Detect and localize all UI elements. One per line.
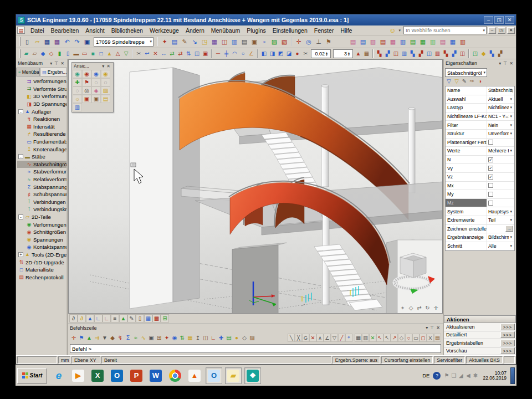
dropdown-arrow-icon[interactable]: ▾ <box>509 97 513 101</box>
tool-icon[interactable]: ⇉ <box>93 333 101 342</box>
tree-item[interactable]: ◨3D Spannungen <box>17 100 66 108</box>
tool-icon[interactable]: ✚ <box>217 333 225 342</box>
tool-icon[interactable]: ◉ <box>73 70 82 78</box>
menu-datei[interactable]: Datei <box>27 27 48 34</box>
tool-icon[interactable]: ◫ <box>425 49 433 58</box>
tree-item[interactable]: -▲Auflager <box>17 108 66 115</box>
tool-icon[interactable]: ▦ <box>355 334 362 342</box>
tree-item[interactable]: ◉Kontaktspannungen <box>17 243 66 251</box>
tool-icon[interactable]: ▥ <box>428 37 438 47</box>
smiley-dropdown-arrow-icon[interactable]: ▾ <box>397 28 402 33</box>
tool-icon[interactable]: Σ <box>124 333 132 342</box>
tool-icon[interactable]: ▬ <box>72 49 80 58</box>
tab-ergebnisse[interactable]: ▤ Ergebn... ✕ <box>40 68 67 76</box>
tool-icon[interactable]: ▚ <box>408 49 417 58</box>
property-value[interactable] <box>487 182 514 190</box>
doc-minimize-button[interactable]: – <box>488 27 496 34</box>
property-value[interactable] <box>487 190 514 198</box>
tool-icon[interactable]: ▣ <box>82 95 91 103</box>
model-viewport[interactable]: Ansic... ▾ ✕ ◉◉◉◉✚⚑◌◌◌◎◈▨☼▣▣▤▥ ⌖◇⇄↻✛ <box>68 59 443 314</box>
tool-icon[interactable]: ◠ <box>231 49 239 58</box>
tool-icon[interactable]: ✎ <box>180 37 190 47</box>
center-icon[interactable]: ✽ <box>472 372 479 380</box>
spinner-arrows-icon[interactable]: ▲▼ <box>325 52 328 56</box>
tool-icon[interactable]: ▩ <box>152 314 161 323</box>
checkbox-unchecked-icon[interactable] <box>488 201 493 206</box>
tool-icon[interactable]: ◫ <box>392 49 400 58</box>
tool-icon[interactable]: ▦ <box>186 333 194 342</box>
cmd-close-icon[interactable]: ✕ <box>435 325 441 330</box>
volume-icon[interactable]: ◀ <box>464 372 472 380</box>
checkbox-unchecked-icon[interactable] <box>488 140 493 145</box>
tool-icon[interactable]: ∂ <box>78 314 86 323</box>
tree-item[interactable]: ⊺Verbindungskräfte <box>17 206 66 213</box>
tool-icon[interactable]: ▤ <box>378 37 388 47</box>
action-more-button[interactable]: >>> <box>500 347 515 354</box>
feedback-smiley-icon[interactable]: ☺ <box>389 27 396 34</box>
action-more-button[interactable]: >>> <box>500 340 515 346</box>
tool-icon[interactable]: ▦ <box>388 37 398 47</box>
tool-icon[interactable]: ▲ <box>85 333 93 342</box>
panel-close-icon[interactable]: ✕ <box>59 61 65 66</box>
tree-item[interactable]: ▭Fundamenttabelle <box>17 138 66 146</box>
tree-item[interactable]: -▱2D-Teile <box>17 213 66 221</box>
taskbar-word-icon[interactable]: W <box>147 367 164 384</box>
taskbar-outlook-old-icon[interactable]: O <box>109 367 125 384</box>
tool-icon[interactable]: ⊞ <box>161 314 169 323</box>
panel-dropdown-icon[interactable]: ▾ <box>49 61 53 66</box>
tool-icon[interactable]: ▤ <box>408 37 418 47</box>
tree-item[interactable]: ↱Resultierende der Re <box>17 130 66 138</box>
palette-close-icon[interactable]: ✕ <box>105 64 111 69</box>
tool-icon[interactable]: ↖ <box>383 334 391 342</box>
tool-icon[interactable]: ■ <box>89 49 97 58</box>
tool-icon[interactable]: ◫ <box>219 37 229 47</box>
tool-icon[interactable]: ◫ <box>458 49 467 58</box>
tool-icon[interactable]: ◫ <box>193 49 201 58</box>
dropdown-arrow-icon[interactable]: ▾ <box>509 105 513 110</box>
tool-icon[interactable]: ◆ <box>109 333 116 342</box>
tool-icon[interactable]: ◆ <box>479 49 488 58</box>
tool-icon[interactable]: ▭ <box>80 49 89 58</box>
checkbox-checked-icon[interactable]: ✓ <box>488 166 493 171</box>
count-input[interactable] <box>334 51 347 57</box>
redo-icon[interactable]: ↷ <box>72 37 82 47</box>
tool-icon[interactable]: ▭ <box>412 334 420 342</box>
save-icon[interactable]: ▦ <box>42 37 52 47</box>
project-combo[interactable]: 17059 Spindeltreppe ▾ <box>94 37 154 47</box>
action-item[interactable]: Aktualisieren>>> <box>444 323 516 331</box>
pan-icon[interactable]: ⇄ <box>415 304 423 312</box>
tool-icon[interactable]: △ <box>114 49 122 58</box>
tool-icon[interactable]: ⊥ <box>314 37 324 47</box>
tool-icon[interactable]: ▤ <box>170 37 180 47</box>
palette-dropdown-icon[interactable]: ▾ <box>101 64 105 69</box>
dropdown-arrow-icon[interactable]: ▾ <box>509 123 513 127</box>
tool-icon[interactable]: □ <box>97 49 105 58</box>
tool-icon[interactable]: ◇ <box>241 333 248 342</box>
tool-icon[interactable]: ▤ <box>434 334 441 342</box>
checkbox-checked-icon[interactable]: ✓ <box>488 157 493 162</box>
tool-icon[interactable]: ⌖ <box>345 334 352 342</box>
tree-item[interactable]: ≈Relativverformung <box>17 176 66 183</box>
tree-item[interactable]: ⇉Verformte Struktur <box>17 85 66 93</box>
tool-icon[interactable]: ◨ <box>268 49 277 58</box>
checkbox-unchecked-icon[interactable] <box>488 192 493 197</box>
tab-menubaum[interactable]: ≡ Menübaum <box>16 68 40 76</box>
tool-icon[interactable]: ▞ <box>383 49 392 58</box>
tree-item[interactable]: ◧3D Verformungen <box>17 93 66 100</box>
props-dropdown-icon[interactable]: ▾ <box>498 61 502 66</box>
tool-icon[interactable]: ╱ <box>338 334 345 342</box>
minimize-button[interactable]: – <box>484 16 493 24</box>
tool-icon[interactable]: ▽ <box>331 334 338 342</box>
tool-icon[interactable]: ▨ <box>248 333 256 342</box>
save-all-icon[interactable]: ▦ <box>52 37 62 47</box>
new-project-icon[interactable]: ▯ <box>22 37 32 47</box>
property-value[interactable]: Bildschirm▾ <box>487 233 514 242</box>
tree-item[interactable]: ΣStabspannungen <box>17 183 66 191</box>
tool-icon[interactable]: ✚ <box>73 78 82 86</box>
taskbar-file-explorer-icon[interactable]: ▰ <box>225 367 242 384</box>
tree-expander-icon[interactable]: - <box>18 214 23 219</box>
tool-icon[interactable]: ◆ <box>39 49 47 58</box>
taskbar-chrome-icon[interactable] <box>167 367 183 384</box>
taskbar-excel-icon[interactable]: X <box>89 367 106 384</box>
language-flag-icon[interactable] <box>504 356 515 364</box>
